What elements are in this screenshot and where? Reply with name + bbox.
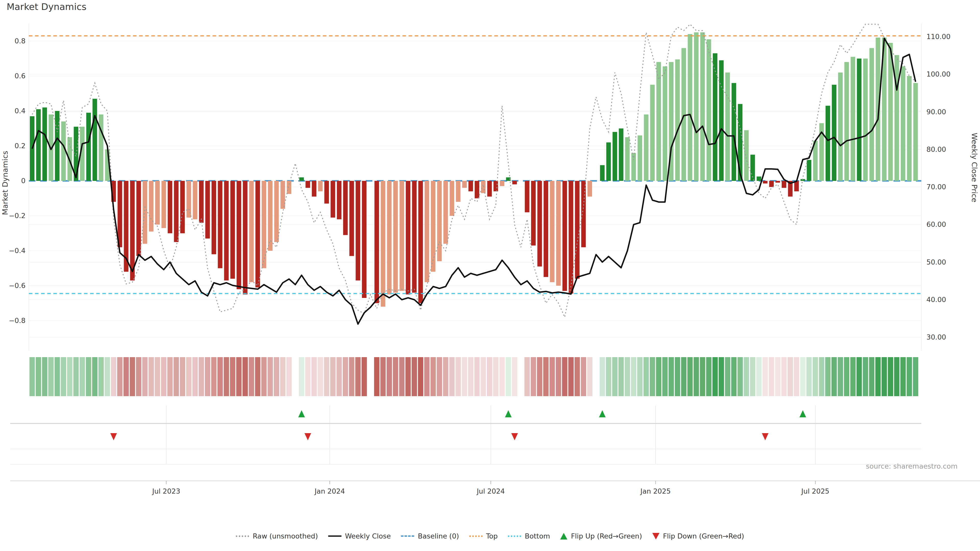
- dynamics-bar: [776, 181, 780, 183]
- heatmap-cell: [311, 357, 317, 396]
- dynamics-bar: [412, 181, 417, 292]
- heatmap-cell: [562, 357, 567, 396]
- dynamics-bar: [437, 181, 442, 261]
- page-root: Market Dynamics Market Dynamics Weekly C…: [0, 0, 980, 551]
- dynamics-bar: [719, 60, 724, 181]
- heatmap-cell: [850, 357, 856, 396]
- heatmap-cell: [900, 357, 906, 396]
- heatmap-cell: [249, 357, 254, 396]
- dynamics-bar: [481, 181, 486, 193]
- heatmap-cell: [863, 357, 868, 396]
- dynamics-bar: [425, 181, 429, 282]
- heatmap-cell: [180, 357, 185, 396]
- left-tick-label: 0.4: [14, 107, 25, 115]
- dynamics-bar: [155, 181, 160, 224]
- dynamics-bar: [55, 111, 59, 181]
- dynamics-bar: [268, 181, 272, 251]
- heatmap-cell: [393, 357, 398, 396]
- legend-item: Flip Up (Red→Green): [560, 532, 642, 540]
- heatmap-cell: [907, 357, 912, 396]
- flip-down-marker: [110, 433, 117, 440]
- heatmap-cell: [875, 357, 881, 396]
- line-legend-icon: [508, 535, 521, 537]
- heatmap-cell: [700, 357, 705, 396]
- dynamics-bar: [431, 181, 435, 272]
- heatmap-cell: [825, 357, 830, 396]
- heatmap-cell: [781, 357, 787, 396]
- heatmap-cell: [468, 357, 473, 396]
- heatmap-cell: [725, 357, 730, 396]
- flip-down-marker: [304, 433, 311, 440]
- heatmap-cell: [124, 357, 129, 396]
- heatmap-cell: [424, 357, 430, 396]
- heatmap-cell: [549, 357, 555, 396]
- dynamics-bar: [757, 176, 761, 181]
- heatmap-cell: [343, 357, 348, 396]
- heatmap-cell: [211, 357, 217, 396]
- dynamics-bar: [913, 83, 918, 181]
- heatmap-cell: [387, 357, 392, 396]
- raw-line: [32, 24, 916, 317]
- heatmap-cell: [844, 357, 850, 396]
- heatmap-cell: [694, 357, 699, 396]
- heatmap-cell: [130, 357, 135, 396]
- heatmap-cell: [105, 357, 110, 396]
- heatmap-cell: [199, 357, 204, 396]
- heatmap-cell: [418, 357, 423, 396]
- heatmap-cell: [474, 357, 480, 396]
- flip-down-marker: [511, 433, 518, 440]
- x-tick-label: Jul 2025: [801, 487, 829, 495]
- heatmap-cell: [374, 357, 380, 396]
- heatmap-cell: [399, 357, 404, 396]
- dynamics-bar: [312, 181, 317, 197]
- dynamics-bar: [86, 113, 91, 181]
- source-label: source: sharemaestro.com: [866, 462, 958, 470]
- heatmap-cell: [412, 357, 417, 396]
- dynamics-bar: [305, 181, 310, 188]
- line-legend-icon: [328, 535, 342, 537]
- dynamics-bar: [675, 59, 680, 181]
- heatmap-cell: [506, 357, 511, 396]
- dynamics-bar: [876, 38, 880, 181]
- heatmap-cell: [888, 357, 893, 396]
- legend-item-label: Top: [486, 532, 498, 540]
- heatmap-cell: [574, 357, 580, 396]
- heatmap-cell: [236, 357, 242, 396]
- flip-down-marker: [762, 433, 768, 440]
- heatmap-cell: [819, 357, 824, 396]
- heatmap-cell: [218, 357, 223, 396]
- dynamics-bar: [443, 181, 448, 244]
- flip-up-marker: [800, 410, 806, 417]
- heatmap-cell: [449, 357, 455, 396]
- dynamics-bar: [280, 181, 285, 209]
- dynamics-bar: [531, 181, 536, 246]
- heatmap-cell: [99, 357, 104, 396]
- legend-item: Bottom: [508, 532, 550, 540]
- dynamics-bar: [769, 181, 774, 187]
- dynamics-bar: [192, 181, 197, 219]
- dynamics-bar: [907, 76, 912, 181]
- heatmap-cell: [713, 357, 718, 396]
- dynamics-bar: [36, 109, 41, 181]
- heatmap-cell: [525, 357, 530, 396]
- heatmap-cell: [794, 357, 799, 396]
- dynamics-bar: [42, 107, 47, 181]
- left-tick-label: 0.6: [14, 72, 25, 80]
- dynamics-bar: [162, 181, 166, 228]
- heatmap-cell: [111, 357, 116, 396]
- x-tick-label: Jul 2024: [476, 487, 505, 495]
- dynamics-bar: [180, 181, 185, 233]
- heatmap-cell: [800, 357, 805, 396]
- heatmap-cell: [769, 357, 774, 396]
- heatmap-cell: [337, 357, 342, 396]
- dynamics-bar: [538, 181, 542, 267]
- dynamics-bar: [700, 32, 705, 181]
- heatmap-cell: [443, 357, 449, 396]
- heatmap-cell: [807, 357, 812, 396]
- legend-item-label: Flip Down (Green→Red): [663, 532, 744, 540]
- heatmap-cell: [625, 357, 630, 396]
- dynamics-bar: [713, 53, 718, 181]
- left-tick-label: −0.4: [9, 247, 25, 254]
- heatmap-cell: [832, 357, 837, 396]
- heatmap-cell: [587, 357, 593, 396]
